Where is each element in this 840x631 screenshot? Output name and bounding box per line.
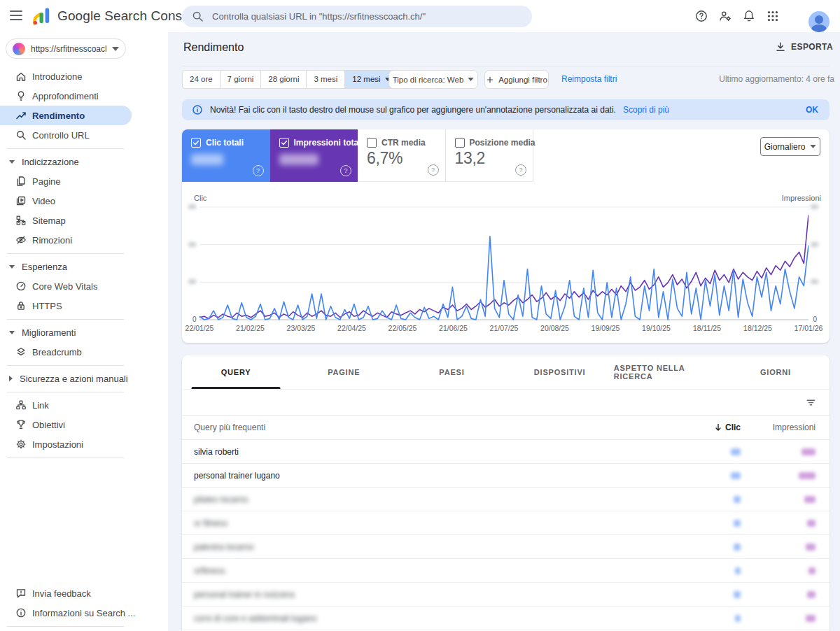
tab-query[interactable]: QUERY bbox=[182, 355, 290, 389]
sidebar-section-esperienza[interactable]: Esperienza bbox=[0, 257, 132, 276]
checkbox-unchecked-icon[interactable] bbox=[367, 138, 377, 148]
performance-icon bbox=[15, 110, 27, 121]
plus-icon bbox=[486, 76, 494, 84]
search-type-dropdown[interactable]: Tipo di ricerca: Web bbox=[388, 70, 478, 89]
metric-card-clic-totali[interactable]: Clic totali ? bbox=[182, 129, 270, 182]
sidebar-divider bbox=[7, 458, 124, 458]
annotation-banner: Novità! Fai clic con il tasto destro del… bbox=[182, 99, 830, 120]
tab-dispositivi[interactable]: DISPOSITIVI bbox=[506, 355, 614, 389]
download-icon bbox=[775, 41, 786, 52]
sidebar-item-introduzione[interactable]: Introduzione bbox=[0, 66, 132, 86]
redacted-impressioni-value bbox=[806, 615, 816, 622]
right-zero-tick: 0 bbox=[813, 316, 817, 323]
user-settings-icon[interactable] bbox=[718, 9, 732, 23]
sidebar-item-core-web-vitals[interactable]: Core Web Vitals bbox=[0, 276, 132, 296]
sidebar-item-https[interactable]: HTTPS bbox=[0, 296, 132, 316]
sidebar-item-sitemap[interactable]: Sitemap bbox=[0, 211, 132, 230]
banner-ok-button[interactable]: OK bbox=[806, 105, 818, 115]
x-tick-label: 22/04/25 bbox=[327, 324, 377, 332]
table-row[interactable]: silvia roberti bbox=[182, 440, 830, 464]
performance-line-chart[interactable] bbox=[200, 204, 808, 324]
granularity-dropdown[interactable]: Giornaliero bbox=[760, 137, 820, 156]
sidebar-section-sicurezza-e-azioni-manuali[interactable]: Sicurezza e azioni manuali bbox=[0, 369, 132, 388]
help-icon[interactable]: ? bbox=[253, 165, 264, 176]
x-tick-label: 18/12/25 bbox=[733, 324, 783, 332]
checkbox-checked-icon[interactable] bbox=[279, 138, 289, 148]
redacted-tick bbox=[188, 204, 196, 209]
table-row[interactable]: pilates locarno bbox=[182, 488, 830, 511]
help-icon[interactable]: ? bbox=[515, 164, 526, 176]
table-row[interactable]: personal trainer lugano bbox=[182, 464, 830, 488]
sidebar-divider bbox=[7, 392, 124, 392]
filter-list-icon[interactable] bbox=[806, 397, 816, 408]
column-impressioni[interactable]: Impressioni bbox=[773, 423, 816, 432]
chevron-down-icon bbox=[9, 265, 15, 269]
account-avatar[interactable] bbox=[808, 11, 830, 32]
table-row[interactable]: palestra locarno bbox=[182, 535, 830, 559]
url-inspection-input[interactable] bbox=[211, 10, 522, 22]
redacted-clic-value bbox=[731, 472, 741, 479]
range-button-28-giorni[interactable]: 28 giorni bbox=[260, 70, 307, 89]
notifications-icon[interactable] bbox=[742, 9, 756, 23]
x-tick-label: 21/02/25 bbox=[225, 324, 276, 332]
checkbox-checked-icon[interactable] bbox=[191, 138, 201, 148]
x-tick-label: 22/01/25 bbox=[174, 324, 225, 332]
last-update-label: Ultimo aggiornamento: 4 ore fa bbox=[719, 70, 834, 89]
table-row[interactable]: srfitness bbox=[182, 559, 830, 583]
sidebar-item-video[interactable]: Video bbox=[0, 191, 132, 211]
url-inspection-searchbox[interactable] bbox=[182, 6, 532, 27]
query-cell: sr fitness bbox=[194, 518, 227, 528]
sidebar-item-rendimento[interactable]: Rendimento bbox=[0, 106, 132, 125]
sidebar-item-obiettivi[interactable]: Obiettivi bbox=[0, 415, 132, 434]
ctr-value: 6,7% bbox=[367, 149, 402, 168]
sidebar-item-breadcrumb[interactable]: Breadcrumb bbox=[0, 342, 132, 362]
column-clic-sort[interactable]: Clic bbox=[714, 423, 741, 432]
pages-icon bbox=[15, 176, 27, 187]
range-button-24-ore[interactable]: 24 ore bbox=[182, 70, 220, 89]
property-selector[interactable]: https://srfitnesscoach.... bbox=[6, 38, 126, 59]
sidebar-item-controllo-url[interactable]: Controllo URL bbox=[0, 125, 132, 145]
sidebar-item-informazioni[interactable]: Informazioni su Search ... bbox=[0, 603, 132, 623]
sidebar-item-pagine[interactable]: Pagine bbox=[0, 171, 132, 191]
sidebar-item-rimozioni[interactable]: Rimozioni bbox=[0, 230, 132, 250]
redacted-value bbox=[191, 154, 223, 165]
apps-grid-icon[interactable] bbox=[766, 9, 780, 23]
tab-pagine[interactable]: PAGINE bbox=[290, 355, 398, 389]
tab-paesi[interactable]: PAESI bbox=[398, 355, 505, 389]
table-row[interactable]: personal trainer in svizzera bbox=[182, 583, 830, 607]
range-button-3-mesi[interactable]: 3 mesi bbox=[306, 70, 345, 89]
banner-text: Novità! Fai clic con il tasto destro del… bbox=[210, 105, 616, 115]
tab-aspetto-nella-ricerca[interactable]: ASPETTO NELLA RICERCA bbox=[614, 355, 722, 389]
help-icon[interactable] bbox=[694, 9, 708, 23]
range-button-7-giorni[interactable]: 7 giorni bbox=[220, 70, 262, 89]
info-icon bbox=[15, 607, 27, 618]
metric-card-impressioni-totali[interactable]: Impressioni totali ? bbox=[270, 129, 358, 182]
help-icon[interactable]: ? bbox=[340, 165, 351, 176]
metric-card-ctr-media[interactable]: CTR media 6,7% ? bbox=[358, 129, 446, 182]
dimension-tabs: QUERYPAGINEPAESIDISPOSITIVIASPETTO NELLA… bbox=[182, 355, 830, 390]
sidebar-section-miglioramenti[interactable]: Miglioramenti bbox=[0, 322, 132, 342]
sidebar-item-invia-feedback[interactable]: Invia feedback bbox=[0, 583, 132, 603]
table-row[interactable]: corsi di core e addominali lugano bbox=[182, 607, 830, 630]
tab-giorni[interactable]: GIORNI bbox=[722, 355, 830, 389]
query-cell: srfitness bbox=[194, 566, 225, 576]
sidebar-section-indicizzazione[interactable]: Indicizzazione bbox=[0, 152, 132, 171]
topbar: Google Search Console bbox=[0, 0, 840, 32]
menu-icon[interactable] bbox=[10, 10, 22, 20]
metrics-chart-panel: Clic totali ? Impressioni totali ? CTR m… bbox=[182, 129, 830, 343]
table-row[interactable]: sr fitness bbox=[182, 511, 830, 535]
sidebar-item-impostazioni[interactable]: Impostazioni bbox=[0, 434, 132, 454]
sidebar-divider bbox=[7, 365, 124, 366]
add-filter-button[interactable]: Aggiungi filtro bbox=[484, 70, 549, 89]
redacted-impressioni-value bbox=[802, 448, 816, 455]
help-icon[interactable]: ? bbox=[428, 164, 439, 176]
export-button[interactable]: ESPORTA bbox=[775, 41, 833, 52]
sidebar-item-approfondimenti[interactable]: Approfondimenti bbox=[0, 86, 132, 106]
redacted-clic-value bbox=[731, 448, 741, 455]
metric-card-posizione-media[interactable]: Posizione media 13,2 ? bbox=[446, 129, 534, 182]
checkbox-unchecked-icon[interactable] bbox=[455, 138, 465, 148]
chevron-right-icon bbox=[9, 376, 13, 381]
reset-filters-link[interactable]: Reimposta filtri bbox=[561, 70, 617, 89]
sidebar-item-link[interactable]: Link bbox=[0, 395, 132, 415]
learn-more-link[interactable]: Scopri di più bbox=[623, 105, 669, 115]
